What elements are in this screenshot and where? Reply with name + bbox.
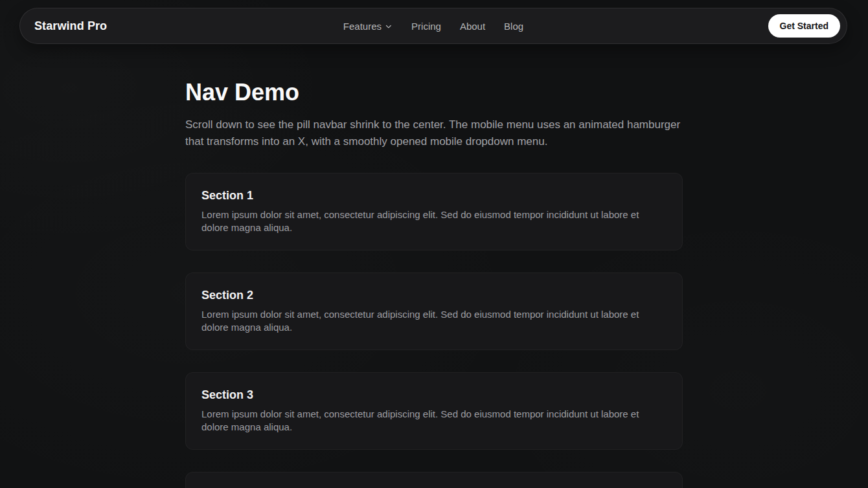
nav-item-pricing[interactable]: Pricing <box>411 21 441 32</box>
section-card-partial <box>185 472 683 488</box>
section-1-title: Section 1 <box>201 188 667 203</box>
section-3-body: Lorem ipsum dolor sit amet, consectetur … <box>201 408 667 434</box>
get-started-button[interactable]: Get Started <box>768 14 840 38</box>
section-1-body: Lorem ipsum dolor sit amet, consectetur … <box>201 208 667 234</box>
navbar-pill: Starwind Pro Features Pricing About Blog… <box>19 8 847 44</box>
brand-logo[interactable]: Starwind Pro <box>34 19 107 33</box>
main-content: Nav Demo Scroll down to see the pill nav… <box>185 0 683 488</box>
section-card-1: Section 1 Lorem ipsum dolor sit amet, co… <box>185 173 683 250</box>
nav-item-features-label: Features <box>343 21 382 32</box>
nav-item-blog[interactable]: Blog <box>504 21 523 32</box>
nav-links: Features Pricing About Blog <box>343 21 523 32</box>
section-2-title: Section 2 <box>201 288 667 303</box>
nav-item-features[interactable]: Features <box>343 21 393 32</box>
section-2-body: Lorem ipsum dolor sit amet, consectetur … <box>201 308 667 334</box>
nav-item-about[interactable]: About <box>460 21 485 32</box>
section-card-2: Section 2 Lorem ipsum dolor sit amet, co… <box>185 272 683 350</box>
section-card-3: Section 3 Lorem ipsum dolor sit amet, co… <box>185 372 683 450</box>
chevron-down-icon <box>385 23 393 30</box>
page-title: Nav Demo <box>185 80 683 105</box>
page-intro: Scroll down to see the pill navbar shrin… <box>185 116 683 150</box>
section-3-title: Section 3 <box>201 388 667 403</box>
